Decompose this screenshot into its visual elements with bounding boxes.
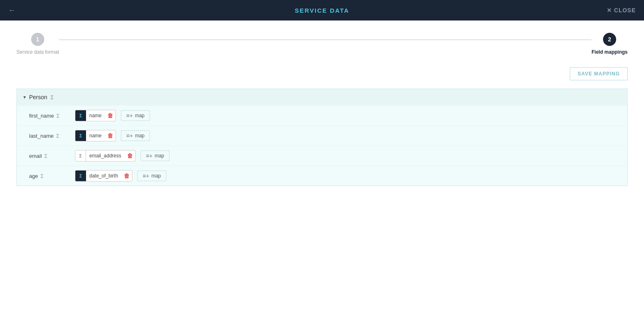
map-label: map [154, 153, 164, 159]
back-button[interactable]: ← [8, 6, 16, 15]
field-sigma-icon: Σ [41, 173, 44, 179]
close-label: CLOSE [614, 7, 636, 14]
header: ← SERVICE DATA ✕ CLOSE [0, 0, 644, 20]
map-icon: ≡+ [143, 173, 149, 179]
field-row-email: email Σ Σ email_address 🗑 ≡+ map [17, 146, 627, 166]
map-button-last-name[interactable]: ≡+ map [121, 130, 150, 141]
remove-mapping-button[interactable]: 🗑 [121, 173, 132, 179]
mapped-tag-label: name [86, 113, 105, 118]
map-icon: ≡+ [126, 112, 133, 119]
back-icon: ← [8, 6, 16, 15]
chevron-down-icon: ▾ [23, 94, 26, 100]
map-button-age[interactable]: ≡+ map [137, 171, 166, 181]
save-mapping-button[interactable]: SAVE MAPPING [570, 67, 628, 80]
field-row-age: age Σ Σ date_of_birth 🗑 ≡+ map [17, 166, 627, 186]
map-label: map [151, 173, 161, 179]
fields-container: first_name Σ Σ name 🗑 ≡+ map last_name Σ [17, 105, 627, 186]
field-label-last-name: last_name Σ [29, 133, 70, 139]
step-2-label: Field mappings [592, 49, 628, 55]
section-header[interactable]: ▾ Person Σ [17, 89, 627, 105]
field-sigma-icon: Σ [57, 113, 60, 119]
section-sigma-icon: Σ [50, 94, 54, 100]
map-icon: ≡+ [146, 152, 152, 159]
step-1-number: 1 [36, 36, 39, 43]
step-2-number: 2 [608, 36, 611, 43]
map-label: map [135, 133, 144, 139]
page-title: SERVICE DATA [295, 7, 349, 14]
mapped-tag-label: date_of_birth [86, 173, 121, 179]
field-name-text: first_name [29, 113, 54, 119]
step-1-label: Service data format [16, 49, 59, 55]
mapped-tag-icon: Σ [75, 150, 86, 161]
field-row-first-name: first_name Σ Σ name 🗑 ≡+ map [17, 105, 627, 125]
step-line [59, 39, 592, 40]
field-label-first-name: first_name Σ [29, 113, 70, 119]
mapped-tag-last-name: Σ name 🗑 [75, 130, 116, 141]
field-row-last-name: last_name Σ Σ name 🗑 ≡+ map [17, 125, 627, 146]
map-button-first-name[interactable]: ≡+ map [121, 110, 150, 121]
close-x-icon: ✕ [607, 7, 612, 14]
map-label: map [135, 113, 144, 118]
step-2-circle: 2 [603, 33, 616, 46]
main-content: 1 Service data format 2 Field mappings S… [0, 20, 644, 323]
mapped-tag-label: name [86, 133, 105, 139]
section-label: Person [29, 94, 47, 100]
mapped-tag-age: Σ date_of_birth 🗑 [75, 170, 132, 182]
step-1: 1 Service data format [16, 33, 59, 55]
step-2: 2 Field mappings [592, 33, 628, 55]
toolbar: SAVE MAPPING [16, 67, 628, 80]
field-label-email: email Σ [29, 153, 70, 159]
map-icon: ≡+ [126, 132, 133, 139]
field-name-text: age [29, 173, 38, 179]
person-section: ▾ Person Σ first_name Σ Σ name 🗑 ≡+ map [16, 89, 628, 186]
field-name-text: last_name [29, 133, 54, 139]
remove-mapping-button[interactable]: 🗑 [105, 112, 116, 119]
remove-mapping-button[interactable]: 🗑 [125, 152, 135, 159]
stepper: 1 Service data format 2 Field mappings [16, 33, 628, 55]
mapped-tag-icon: Σ [75, 110, 86, 121]
mapped-tag-first-name: Σ name 🗑 [75, 110, 116, 121]
field-sigma-icon: Σ [44, 153, 48, 159]
field-name-text: email [29, 153, 42, 159]
step-1-circle: 1 [31, 33, 44, 46]
mapped-tag-icon: Σ [75, 130, 86, 141]
field-sigma-icon: Σ [56, 133, 59, 139]
remove-mapping-button[interactable]: 🗑 [105, 132, 116, 139]
close-button[interactable]: ✕ CLOSE [607, 7, 636, 14]
mapped-tag-icon: Σ [75, 171, 86, 181]
mapped-tag-label: email_address [86, 153, 125, 159]
map-button-email[interactable]: ≡+ map [141, 150, 170, 161]
mapped-tag-email: Σ email_address 🗑 [75, 150, 136, 162]
field-label-age: age Σ [29, 173, 70, 179]
